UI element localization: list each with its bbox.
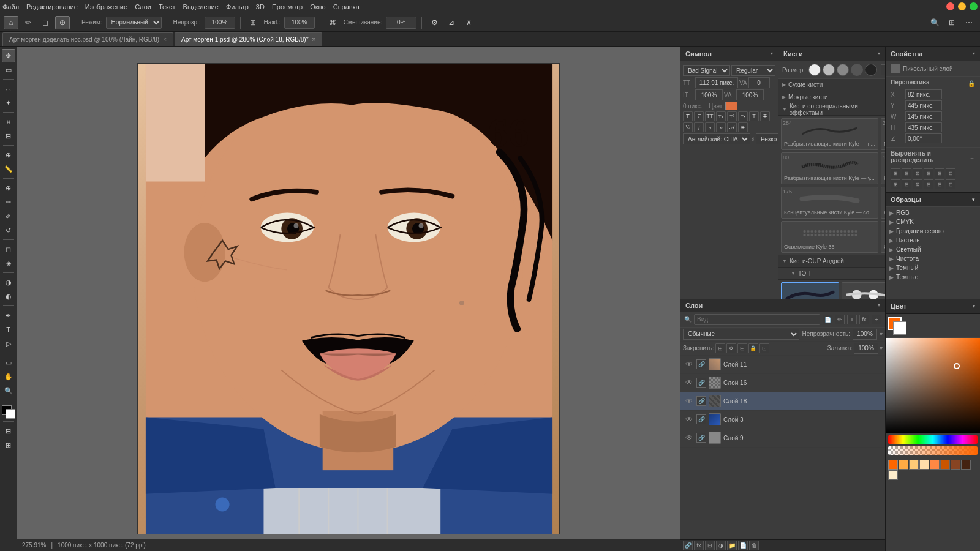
layer-9-link-button[interactable]: 🔗 [696, 433, 706, 443]
lock-extra-button[interactable]: ⊡ [760, 343, 769, 353]
eyedropper-tool[interactable]: ⊕ [2, 148, 15, 162]
props-collapse-arrow[interactable]: ▾ [973, 51, 975, 56]
align-bottom-button[interactable]: ⊡ [946, 168, 956, 178]
symbol-panel-header[interactable]: Символ ▾ [680, 47, 778, 61]
path-select-tool[interactable]: ▷ [2, 337, 15, 350]
small-caps-button[interactable]: Tт [716, 111, 726, 121]
tab-1-close[interactable]: × [163, 36, 167, 43]
props-panel-header[interactable]: Свойства ▾ [886, 47, 980, 61]
zoom-tool[interactable]: 🔍 [2, 384, 15, 397]
blur-tool[interactable]: ◑ [2, 276, 15, 289]
dist-bottom-button[interactable]: ⊡ [946, 179, 956, 189]
layer-11-link-button[interactable]: 🔗 [696, 359, 706, 369]
magic-wand-tool[interactable]: ✦ [2, 96, 15, 110]
foreground-color-swatch[interactable] [2, 405, 15, 419]
layer-9-visibility-button[interactable]: 👁 [684, 433, 694, 442]
brush-item-kyle-3[interactable]: 80 Разбрызгивающие кисти Kyle — у... [781, 152, 878, 184]
y-input[interactable]: 445 пикс. [905, 100, 942, 110]
color-gradient-picker[interactable] [886, 338, 980, 433]
lock-pixels-button[interactable]: ⊞ [715, 343, 725, 353]
layer-adjust-bottom-button[interactable]: ◑ [716, 541, 726, 550]
brush-item-osvet-35[interactable]: Осветление Kyle 35 [781, 221, 878, 253]
select-tool[interactable]: ▭ [2, 63, 15, 77]
menu-file[interactable]: Файл [2, 3, 19, 10]
layer-link-bottom-button[interactable]: 🔗 [683, 541, 693, 550]
menu-3d[interactable]: 3D [256, 3, 265, 10]
brush-align-button[interactable]: ⊞ [246, 16, 260, 29]
brushes-collapse-arrow[interactable]: ▾ [878, 51, 880, 56]
color-group-purity[interactable]: ▶ Чистота [889, 254, 976, 263]
tool-options-button[interactable]: ◻ [38, 16, 53, 29]
color-group-dark[interactable]: ▶ Темный [889, 263, 976, 272]
clone-tool[interactable]: ✐ [2, 209, 15, 223]
background-color-picker[interactable] [893, 321, 907, 335]
swatch-dark-orange[interactable] [940, 460, 950, 470]
swatch-brown[interactable] [951, 460, 960, 470]
font-style-dropdown[interactable]: Regular [731, 65, 775, 76]
hardness-very-hard-swatch[interactable] [851, 64, 863, 76]
color-group-darkest[interactable]: ▶ Темные [889, 272, 976, 282]
align-right-button[interactable]: ⊠ [913, 168, 922, 178]
tab-1[interactable]: Арт морген доделать нос.psd @ 100% (Лайн… [2, 32, 173, 46]
menu-help[interactable]: Справка [333, 3, 360, 10]
layer-edit-button[interactable]: ✏ [835, 315, 845, 324]
home-tool-button[interactable]: ⌂ [4, 16, 18, 29]
color-group-pastel[interactable]: ▶ Пастель [889, 236, 976, 245]
align-top-button[interactable]: ⊞ [924, 168, 933, 178]
hardness-hard-swatch[interactable] [837, 64, 849, 76]
tracking-input[interactable]: 0 [748, 77, 770, 88]
hardness-medium-swatch[interactable] [823, 64, 835, 76]
flow-input[interactable]: 100% [284, 17, 315, 29]
x-input[interactable]: 82 пикс. [905, 89, 942, 99]
color-group-cmyk[interactable]: ▶ CMYK [889, 217, 976, 227]
top-subsection-header[interactable]: ▼ ТОП [778, 268, 885, 280]
menu-view[interactable]: Просмотр [272, 3, 303, 10]
tab-2[interactable]: Арт морген 1.psd @ 280% (Слой 18, RGB/8)… [175, 32, 322, 46]
menu-filter[interactable]: Фильтр [226, 3, 249, 10]
layer-item-9[interactable]: 👁 🔗 Слой 9 [680, 429, 885, 448]
swatch-medium-orange[interactable] [930, 460, 940, 470]
titling-button[interactable]: 𝒜 [727, 122, 737, 132]
workspace-button[interactable]: ⊞ [944, 16, 959, 29]
lock-artboard-button[interactable]: ⊟ [737, 343, 747, 353]
color-group-gray[interactable]: ▶ Градации серого [889, 227, 976, 236]
layer-18-visibility-button[interactable]: 👁 [684, 397, 694, 405]
menu-text[interactable]: Текст [159, 3, 176, 10]
color-group-rgb[interactable]: ▶ RGB [889, 208, 976, 217]
font-size-input[interactable]: 112.91 пикс. [695, 77, 738, 88]
heal-tool[interactable]: ⊕ [2, 181, 15, 195]
layer-3-link-button[interactable]: 🔗 [696, 414, 706, 424]
menu-layers[interactable]: Слои [135, 3, 151, 10]
strikethrough-button[interactable]: T [760, 111, 770, 121]
menu-edit[interactable]: Редактирование [26, 3, 78, 10]
pen-tool[interactable]: ✒ [2, 309, 15, 322]
shape-tool[interactable]: ▭ [2, 356, 15, 369]
ornament-button[interactable]: ❧ [738, 122, 748, 132]
samples-collapse[interactable]: ▾ [972, 197, 975, 203]
brush-item-kyle-2[interactable]: 284 Разбрызгивающие кисти Kyle — п... [881, 118, 885, 150]
dodge-tool[interactable]: ◐ [2, 290, 15, 303]
dist-center-v-button[interactable]: ⊟ [935, 179, 944, 189]
text-tool[interactable]: T [2, 323, 15, 336]
h-input[interactable]: 435 пикс. [905, 122, 942, 132]
dist-top-button[interactable]: ⊞ [924, 179, 933, 189]
window-maximize-button[interactable] [970, 2, 978, 10]
layers-collapse-arrow[interactable]: ▾ [878, 302, 880, 308]
oldstyle-button[interactable]: 𝑓 [694, 122, 704, 132]
tab-2-close[interactable]: × [312, 36, 316, 43]
align-center-v-button[interactable]: ⊟ [935, 168, 944, 178]
layer-extra-button[interactable]: + [872, 315, 881, 324]
hardness-max-swatch[interactable] [865, 64, 877, 76]
color-group-light[interactable]: ▶ Светлый [889, 245, 976, 254]
special-brushes-header[interactable]: ▼ Кисти со специальными эффектами [778, 103, 885, 116]
paint-bucket-tool[interactable]: ◈ [2, 257, 15, 270]
swatch-light-orange[interactable] [899, 460, 908, 470]
language-dropdown[interactable]: Английский: США [683, 133, 750, 144]
layers-search-input[interactable]: Вид [694, 314, 820, 325]
swatch-orange[interactable] [888, 460, 898, 470]
layers-blend-mode-dropdown[interactable]: Обычные [683, 329, 799, 340]
artwork-canvas[interactable]: 66 [137, 63, 560, 534]
layer-16-visibility-button[interactable]: 👁 [684, 378, 694, 387]
layer-item-18[interactable]: 👁 🔗 Слой 18 [680, 392, 885, 411]
brush-hard-round[interactable]: Hard Round 50 566 [842, 282, 885, 299]
